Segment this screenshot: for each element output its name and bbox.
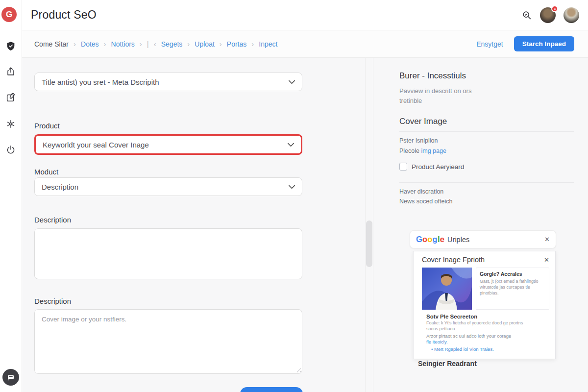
google-card-suffix: Uriples xyxy=(447,236,469,244)
cover-preview-card: Cover Inage Fprioth ✕ xyxy=(413,251,556,359)
moduct-select-value: Description xyxy=(42,183,78,191)
secondary-line2: soous pettiaou xyxy=(426,326,549,332)
secondary-link2-row: • Mert Rgapled iol Vion Traies. xyxy=(431,346,549,352)
moduct-label: Moduct xyxy=(34,168,58,176)
sidebar-item-upload[interactable] xyxy=(3,64,19,79)
avatar-user[interactable] xyxy=(564,7,579,23)
shield-icon xyxy=(5,41,16,51)
preview-secondary-item: Sotv Ple Secreeton Foake: k Yt's fietcha… xyxy=(414,310,555,352)
breadcrumb-item: Come Sitar xyxy=(34,40,69,48)
product-select-value: Keyworldt your seal Cover Inage xyxy=(43,141,149,149)
divider xyxy=(399,182,574,183)
settings-icon xyxy=(5,119,16,129)
product-label: Product xyxy=(34,122,60,130)
topbar-actions xyxy=(521,7,588,23)
cover-preview-title: Cover Inage Fprioth xyxy=(422,256,485,264)
subbar-actions: Ensytget Starch Inpaed xyxy=(476,36,588,51)
moduct-select[interactable]: Description xyxy=(34,177,302,196)
preview-result-title: Gorgle? Accrales xyxy=(480,271,545,277)
breadcrumb-item[interactable]: Segets xyxy=(161,40,183,48)
haver-line2: News soced ofteich xyxy=(399,198,452,205)
chevron-down-icon xyxy=(289,80,295,84)
divider-bar: | xyxy=(147,40,149,48)
chevron-left-icon: ‹ xyxy=(154,40,156,48)
search-button[interactable] xyxy=(521,10,532,21)
sidebar-item-settings[interactable] xyxy=(3,116,19,132)
power-icon xyxy=(5,145,16,155)
divider xyxy=(399,131,574,132)
chevron-down-icon xyxy=(289,185,295,189)
main-form: Title antist) you sret - Meta Dscripith … xyxy=(22,58,365,392)
google-logo: Google xyxy=(416,235,444,244)
search-icon xyxy=(521,10,532,21)
left-sidebar: G xyxy=(0,0,22,392)
cover-line1: Pster Isniplion xyxy=(399,137,438,144)
description1-textarea[interactable] xyxy=(34,228,302,279)
img-page-link[interactable]: img page xyxy=(421,147,446,154)
google-letter: G xyxy=(416,235,422,244)
side-section1-line2: tretinble xyxy=(399,97,422,104)
scrollbar-track xyxy=(365,58,373,392)
notification-badge xyxy=(551,5,558,12)
chevron-right-icon: › xyxy=(140,40,142,48)
chevron-right-icon: › xyxy=(74,40,76,48)
right-panel: Burer - Incesstiuls Pavview in descritt … xyxy=(373,58,588,392)
chat-fab-button[interactable] xyxy=(2,369,19,386)
side-section1-line1: Pavview in descritt on ors xyxy=(399,87,471,95)
description2-textarea[interactable] xyxy=(34,309,302,374)
chevron-down-icon xyxy=(288,143,294,147)
chevron-right-icon: › xyxy=(187,40,190,48)
description2-label: Description xyxy=(34,297,71,305)
chevron-right-icon: › xyxy=(220,40,222,48)
submit-button[interactable] xyxy=(240,387,303,392)
ensytget-link[interactable]: Ensytget xyxy=(476,40,503,48)
chevron-right-icon: › xyxy=(251,40,254,48)
sub-bar: Come Sitar › Dotes › Nottiors › | ‹ Sege… xyxy=(22,30,588,58)
google-popup-card: Google Uriples ✕ xyxy=(410,230,556,248)
cover-preview-close-button[interactable]: ✕ xyxy=(544,256,549,264)
app-logo[interactable]: G xyxy=(1,7,17,22)
google-letter: g xyxy=(433,235,438,244)
bullet-icon: • xyxy=(431,346,433,352)
title-meta-select-value: Title antist) you sret - Meta Dscripith xyxy=(42,78,159,86)
description1-field xyxy=(34,228,302,279)
haver-line1: Haver discration xyxy=(399,188,443,195)
breadcrumb-item[interactable]: Dotes xyxy=(81,40,99,48)
close-icon: ✕ xyxy=(544,256,549,264)
breadcrumb-item[interactable]: Portas xyxy=(227,40,246,48)
preview-result-textbox: Gorgle? Accrales Gast, jt (oct emed a fa… xyxy=(476,268,549,310)
cover-line2-prefix: Plecole xyxy=(399,147,419,154)
starch-inpaed-button[interactable]: Starch Inpaed xyxy=(514,36,574,51)
scrollbar-thumb[interactable] xyxy=(366,220,372,267)
title-meta-select[interactable]: Title antist) you sret - Meta Dscripith xyxy=(34,73,302,91)
breadcrumb: Come Sitar › Dotes › Nottiors › | ‹ Sege… xyxy=(34,40,277,48)
side-section1-title: Burer - Incesstiuls xyxy=(399,71,466,81)
close-icon: ✕ xyxy=(544,236,550,243)
secondary-title: Sotv Ple Secreeton xyxy=(426,314,549,319)
secondary-link2[interactable]: Mert Rgapled iol Vion Traies. xyxy=(434,346,494,352)
preview-result-body: Gast, jt (oct emed a fathlingtio wirusto… xyxy=(480,278,545,296)
page-title: Product SeO xyxy=(31,8,97,22)
google-letter: o xyxy=(422,235,427,244)
breadcrumb-item[interactable]: Inpect xyxy=(259,40,277,48)
product-keyword-checkbox-label: Product Aeryieard xyxy=(412,163,464,171)
description1-label: Description xyxy=(34,216,71,224)
sidebar-item-edit[interactable] xyxy=(3,90,19,105)
secondary-line3: Arzor pirtaot sc uui adco ioth your cora… xyxy=(426,333,549,339)
google-letter: e xyxy=(440,235,444,244)
chevron-right-icon: › xyxy=(104,40,106,48)
upload-icon xyxy=(5,66,16,77)
chat-icon xyxy=(6,373,15,382)
sidebar-item-power[interactable] xyxy=(3,142,19,158)
breadcrumb-item[interactable]: Nottiors xyxy=(111,40,135,48)
cover-photo-thumbnail xyxy=(422,268,472,310)
description2-field xyxy=(34,309,302,374)
product-keyword-checkbox-row: Product Aeryieard xyxy=(399,163,464,171)
breadcrumb-item[interactable]: Uploat xyxy=(195,40,214,48)
google-card-close-button[interactable]: ✕ xyxy=(544,236,550,243)
product-keyword-checkbox[interactable] xyxy=(399,163,407,171)
sidebar-item-shield[interactable] xyxy=(3,38,19,54)
secondary-link1[interactable]: fle iteoicly. xyxy=(426,339,549,344)
avatar-notifications[interactable] xyxy=(540,7,556,23)
product-select-error[interactable]: Keyworldt your seal Cover Inage xyxy=(34,134,302,155)
